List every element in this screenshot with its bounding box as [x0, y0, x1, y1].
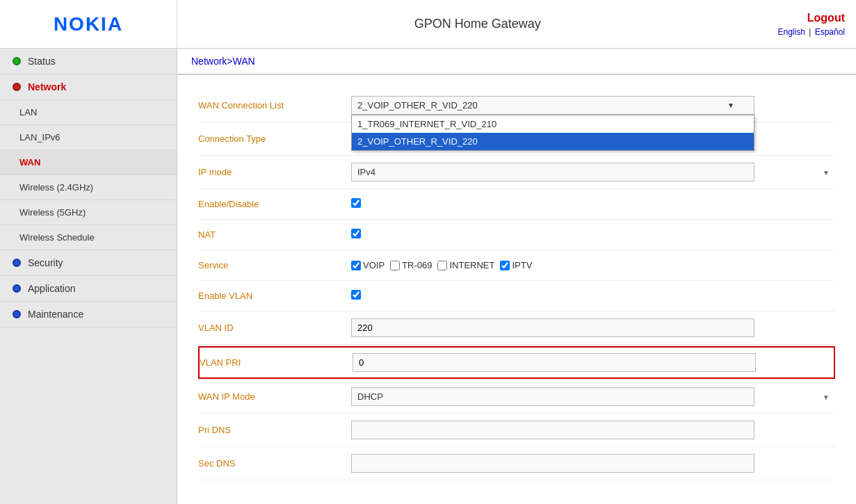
form-area: WAN Connection List 2_VOIP_OTHER_R_VID_2… [177, 75, 856, 494]
sidebar-item-application[interactable]: Application [0, 276, 177, 302]
sec-dns-input[interactable] [351, 454, 754, 473]
espanol-link[interactable]: Español [815, 27, 845, 37]
lang-separator: | [807, 27, 814, 37]
sidebar-item-maintenance[interactable]: Maintenance [0, 302, 177, 327]
sec-dns-control [351, 454, 835, 473]
wan-ip-mode-row: WAN IP Mode DHCP ▼ [198, 380, 835, 414]
wan-connection-control: 2_VOIP_OTHER_R_VID_220 ▼ 1_TR069_INTERNE… [351, 96, 835, 115]
service-voip-checkbox[interactable] [351, 261, 361, 270]
nat-label: NAT [198, 229, 351, 240]
logo-area: NOKIA [0, 0, 177, 48]
pri-dns-label: Pri DNS [198, 425, 351, 435]
wan-connection-selected[interactable]: 2_VOIP_OTHER_R_VID_220 ▼ [351, 96, 754, 115]
pri-dns-control [351, 421, 835, 439]
header: NOKIA GPON Home Gateway Logout English |… [0, 0, 856, 49]
application-icon [11, 283, 22, 294]
wan-connection-row: WAN Connection List 2_VOIP_OTHER_R_VID_2… [198, 89, 835, 122]
sidebar-item-network[interactable]: Network [0, 74, 177, 100]
english-link[interactable]: English [777, 27, 805, 37]
language-links: English | Español [777, 27, 845, 37]
sidebar-item-lan[interactable]: LAN [0, 100, 177, 125]
sidebar-label-status: Status [28, 56, 56, 67]
service-internet-checkbox[interactable] [437, 261, 447, 270]
wan-ip-mode-select-wrapper: DHCP ▼ [351, 387, 835, 406]
vlan-id-row: VLAN ID [198, 311, 835, 345]
wan-connection-list: 1_TR069_INTERNET_R_VID_210 2_VOIP_OTHER_… [351, 115, 754, 151]
sidebar-label-security: Security [28, 257, 63, 268]
service-label: Service [198, 260, 351, 270]
service-iptv-checkbox[interactable] [500, 261, 510, 270]
ip-mode-select-wrapper: IPv4 ▼ [351, 163, 835, 181]
service-tr069-checkbox[interactable] [390, 261, 400, 270]
sidebar-item-wireless-5[interactable]: Wireless (5GHz) [0, 200, 177, 225]
enable-vlan-row: Enable VLAN [198, 281, 835, 311]
vlan-pri-row: VLAN PRI [198, 346, 835, 379]
wan-connection-dropdown[interactable]: 2_VOIP_OTHER_R_VID_220 ▼ 1_TR069_INTERNE… [351, 96, 754, 115]
nat-checkbox[interactable] [351, 229, 361, 238]
sidebar-item-wireless-24[interactable]: Wireless (2.4GHz) [0, 175, 177, 200]
wan-option-2[interactable]: 2_VOIP_OTHER_R_VID_220 [352, 133, 754, 150]
sidebar: Status Network LAN LAN_IPv6 WAN Wireless… [0, 49, 177, 504]
wan-ip-mode-control: DHCP ▼ [351, 387, 835, 406]
vlan-id-label: VLAN ID [198, 323, 351, 333]
enable-vlan-checkbox[interactable] [351, 290, 361, 300]
ip-mode-label: IP mode [198, 167, 351, 177]
ip-mode-arrow-icon: ▼ [823, 168, 830, 176]
sidebar-label-application: Application [28, 283, 76, 294]
sidebar-item-security[interactable]: Security [0, 250, 177, 276]
wan-option-1[interactable]: 1_TR069_INTERNET_R_VID_210 [352, 115, 754, 133]
wan-ip-mode-select[interactable]: DHCP [351, 387, 754, 406]
enable-disable-label: Enable/Disable [198, 199, 351, 209]
vlan-id-input[interactable] [351, 318, 754, 337]
vlan-pri-control [353, 353, 834, 372]
vlan-pri-label: VLAN PRI [200, 357, 353, 368]
network-icon [11, 81, 22, 92]
logout-button[interactable]: Logout [807, 12, 845, 24]
sec-dns-label: Sec DNS [198, 458, 351, 469]
enable-vlan-control [351, 290, 835, 302]
sidebar-item-status[interactable]: Status [0, 49, 177, 74]
ip-mode-row: IP mode IPv4 ▼ [198, 156, 835, 189]
enable-disable-row: Enable/Disable [198, 189, 835, 220]
service-internet: INTERNET [437, 260, 494, 270]
breadcrumb: Network>WAN [177, 49, 856, 75]
sidebar-label-wan: WAN [19, 157, 40, 168]
nat-row: NAT [198, 220, 835, 250]
sidebar-label-lan-ipv6: LAN_IPv6 [19, 132, 60, 143]
sidebar-label-wireless-5: Wireless (5GHz) [19, 207, 86, 218]
sidebar-item-wan[interactable]: WAN [0, 150, 177, 175]
sidebar-item-wireless-schedule[interactable]: Wireless Schedule [0, 225, 177, 250]
nat-control [351, 229, 835, 241]
service-control: VOIP TR-069 INTERNET IPTV [351, 260, 835, 270]
service-group: VOIP TR-069 INTERNET IPTV [351, 260, 835, 270]
main-layout: Status Network LAN LAN_IPv6 WAN Wireless… [0, 49, 856, 504]
status-icon [11, 56, 22, 67]
dropdown-arrow-icon: ▼ [727, 101, 734, 109]
wan-ip-mode-label: WAN IP Mode [198, 391, 351, 402]
enable-disable-control [351, 198, 835, 210]
service-row: Service VOIP TR-069 INTERNET [198, 250, 835, 281]
wan-connection-label: WAN Connection List [198, 100, 351, 111]
sidebar-label-maintenance: Maintenance [28, 309, 83, 320]
vlan-pri-input[interactable] [353, 353, 756, 372]
ip-mode-select[interactable]: IPv4 [351, 163, 754, 181]
pri-dns-input[interactable] [351, 421, 754, 439]
connection-type-label: Connection Type [198, 133, 351, 144]
enable-vlan-label: Enable VLAN [198, 291, 351, 301]
wan-ip-mode-arrow-icon: ▼ [823, 393, 830, 400]
header-right: Logout English | Español [777, 12, 856, 37]
content-area: Network>WAN WAN Connection List 2_VOIP_O… [177, 49, 856, 504]
sidebar-label-lan: LAN [19, 107, 37, 117]
sidebar-label-network: Network [28, 81, 66, 92]
ip-mode-control: IPv4 ▼ [351, 163, 835, 181]
service-tr069-label: TR-069 [402, 260, 432, 270]
vlan-id-control [351, 318, 835, 337]
sidebar-label-wireless-24: Wireless (2.4GHz) [19, 182, 93, 193]
enable-disable-checkbox[interactable] [351, 198, 361, 208]
service-iptv-label: IPTV [512, 260, 532, 270]
wan-connection-selected-text: 2_VOIP_OTHER_R_VID_220 [357, 100, 478, 111]
nokia-logo: NOKIA [54, 13, 123, 35]
maintenance-icon [11, 309, 22, 320]
service-iptv: IPTV [500, 260, 532, 270]
sidebar-item-lan-ipv6[interactable]: LAN_IPv6 [0, 125, 177, 150]
